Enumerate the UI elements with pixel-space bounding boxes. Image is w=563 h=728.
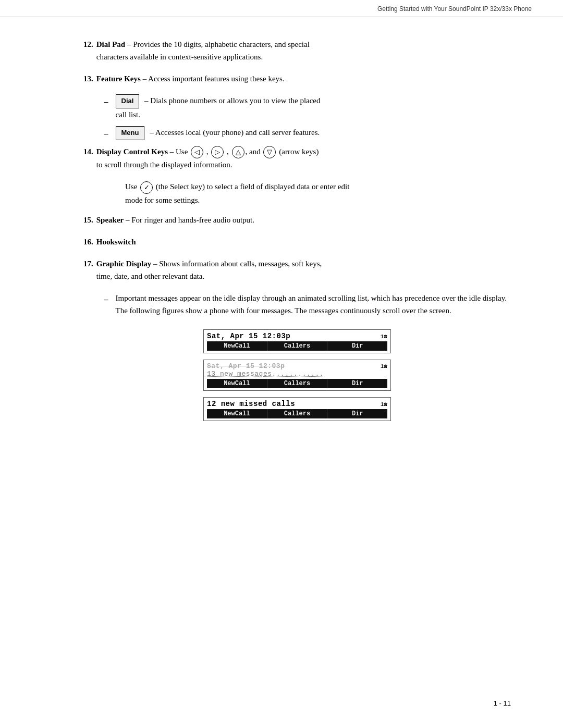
item-15-text: Speaker – For ringer and hands-free audi… — [96, 214, 511, 226]
arrow-up-icon: △ — [232, 146, 244, 158]
menu-description: Menu – Accesses local (your phone) and c… — [116, 126, 511, 140]
item-14-text: Display Control Keys – Use ◁ , ▷ , △, an… — [96, 145, 511, 171]
dial-button: Dial — [116, 94, 140, 108]
item-14-label: Display Control Keys — [96, 147, 168, 156]
item-12-number: 12. — [83, 38, 93, 51]
page-number: 1 - 11 — [494, 699, 511, 707]
dash-icon-2: – — [104, 127, 108, 140]
item-17-text: Graphic Display – Shows information abou… — [96, 257, 511, 282]
subitem-menu: – Menu – Accesses local (your phone) and… — [104, 126, 511, 140]
arrow-down-icon: ▽ — [263, 146, 276, 158]
item-17-number: 17. — [83, 257, 93, 270]
screen1-sk-newcall: NewCall — [207, 341, 267, 351]
screen3-sk-callers: Callers — [267, 409, 328, 418]
screen2-icon: 1☎ — [381, 363, 387, 369]
subitem-select: Use ✓ (the Select key) to select a field… — [125, 180, 511, 206]
screen3-msg: 12 new missed calls — [207, 400, 295, 408]
screen3-softkeys: NewCall Callers Dir — [207, 409, 387, 418]
item-15: 15. Speaker – For ringer and hands-free … — [83, 214, 511, 226]
screen2-softkeys: NewCall Callers Dir — [207, 379, 387, 388]
item-14-number: 14. — [83, 145, 93, 158]
item-13-label: Feature Keys — [96, 75, 141, 83]
item-16-number: 16. — [83, 236, 93, 248]
graphic-description: Important messages appear on the idle di… — [116, 292, 511, 317]
item-16: 16. Hookswitch — [83, 236, 511, 248]
screen1-softkeys: NewCall Callers Dir — [207, 341, 387, 351]
screen2-sk-dir: Dir — [327, 379, 387, 388]
item-15-label: Speaker — [96, 216, 124, 224]
item-13: 13. Feature Keys – Access important feat… — [83, 72, 511, 85]
screen1-icon: 1☎ — [381, 333, 387, 340]
main-content: 12. Dial Pad – Provides the 10 digits, a… — [0, 17, 563, 465]
screen2-sk-newcall: NewCall — [207, 379, 267, 388]
header-title: Getting Started with Your SoundPoint IP … — [377, 5, 532, 13]
phone-screen-2: Sat, Apr 15 12:03p 1☎ 13 new messages...… — [203, 360, 391, 391]
screen1-sk-dir: Dir — [327, 341, 387, 351]
item-16-label: Hookswitch — [96, 238, 136, 246]
item-12-text: Dial Pad – Provides the 10 digits, alpha… — [96, 38, 511, 63]
page-footer: 1 - 11 — [494, 699, 511, 707]
item-12: 12. Dial Pad – Provides the 10 digits, a… — [83, 38, 511, 63]
menu-button: Menu — [116, 126, 145, 140]
item-17: 17. Graphic Display – Shows information … — [83, 257, 511, 282]
screen2-msg: 13 new messages............ — [207, 370, 324, 378]
subitem-dial: – Dial – Dials phone numbers or allows y… — [104, 94, 511, 121]
select-key-icon: ✓ — [140, 181, 153, 194]
subitem-graphic: – Important messages appear on the idle … — [104, 292, 511, 317]
phone-screen-1: Sat, Apr 15 12:03p 1☎ NewCall Callers Di… — [203, 329, 391, 353]
arrow-right-icon: ▷ — [211, 146, 224, 158]
dial-description: Dial – Dials phone numbers or allows you… — [116, 94, 511, 121]
screen2-sk-callers: Callers — [267, 379, 328, 388]
phone-screens-container: Sat, Apr 15 12:03p 1☎ NewCall Callers Di… — [203, 329, 391, 421]
screen1-date: Sat, Apr 15 12:03p — [207, 332, 290, 340]
item-14: 14. Display Control Keys – Use ◁ , ▷ , △… — [83, 145, 511, 171]
screen3-sk-dir: Dir — [327, 409, 387, 418]
arrow-left-icon: ◁ — [191, 146, 203, 158]
screen2-date: Sat, Apr 15 12:03p — [207, 362, 285, 370]
dash-icon-3: – — [104, 293, 108, 305]
page-header: Getting Started with Your SoundPoint IP … — [0, 0, 563, 17]
screen1-sk-callers: Callers — [267, 341, 328, 351]
screen3-sk-newcall: NewCall — [207, 409, 267, 418]
item-16-text: Hookswitch — [96, 236, 511, 248]
dash-icon: – — [104, 95, 108, 108]
item-12-label: Dial Pad — [96, 40, 125, 48]
item-13-number: 13. — [83, 72, 93, 85]
item-15-number: 15. — [83, 214, 93, 226]
phone-screen-3: 12 new missed calls 1☎ NewCall Callers D… — [203, 397, 391, 421]
item-17-label: Graphic Display — [96, 260, 151, 268]
screen3-icon: 1☎ — [381, 401, 387, 408]
item-13-text: Feature Keys – Access important features… — [96, 72, 511, 85]
